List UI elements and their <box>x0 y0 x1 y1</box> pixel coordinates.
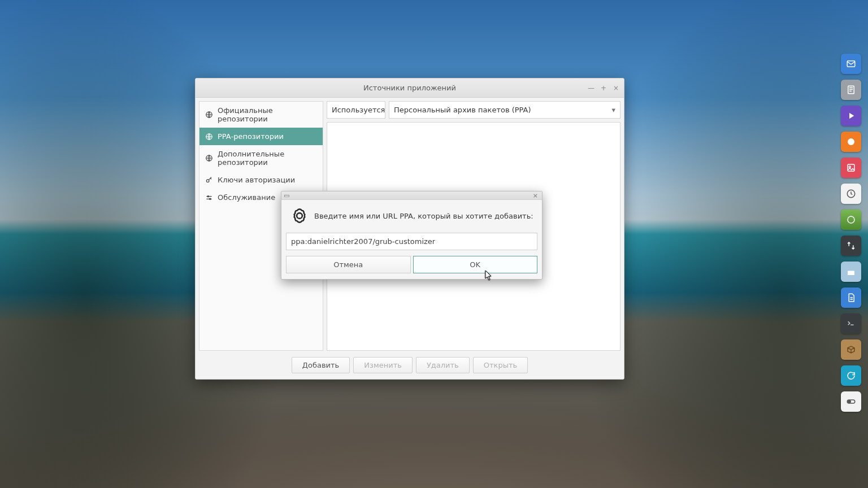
notes-icon[interactable] <box>841 80 861 100</box>
files-icon[interactable] <box>841 262 861 282</box>
cancel-button[interactable]: Отмена <box>286 256 411 273</box>
dialog-titlebar-icon: ▭ <box>284 192 289 199</box>
window-footer: Добавить Изменить Удалить Открыть <box>196 354 624 379</box>
repo-type-selected: Персональный архив пакетов (PPA) <box>394 106 531 114</box>
svg-rect-3 <box>848 164 854 171</box>
close-button[interactable]: × <box>611 84 620 93</box>
ok-button[interactable]: OK <box>413 256 538 273</box>
add-ppa-dialog: ▭ × Введите имя или URL PPA, который вы … <box>281 191 542 280</box>
globe-icon <box>205 154 213 162</box>
minimize-button[interactable]: — <box>587 84 596 93</box>
svg-point-4 <box>849 166 850 168</box>
player-icon[interactable] <box>841 106 861 126</box>
key-icon <box>205 176 213 184</box>
sidebar-item-label: PPA-репозитории <box>218 132 284 141</box>
svg-point-6 <box>848 216 854 223</box>
chevron-down-icon: ▾ <box>611 106 615 114</box>
sidebar-item-label: Дополнительные репозитории <box>218 150 317 167</box>
svg-point-16 <box>297 213 302 219</box>
window-title: Источники приложений <box>363 84 456 92</box>
svg-point-14 <box>207 195 209 197</box>
clock-icon[interactable] <box>841 184 861 204</box>
document-icon[interactable] <box>841 287 861 308</box>
open-button[interactable]: Открыть <box>473 357 528 373</box>
sidebar-item-official-repos[interactable]: Официальные репозитории <box>199 102 323 128</box>
delete-button[interactable]: Удалить <box>416 357 470 373</box>
recycle-icon[interactable] <box>841 236 861 256</box>
dock <box>841 54 861 412</box>
svg-point-9 <box>848 400 851 403</box>
edit-button[interactable]: Изменить <box>353 357 413 373</box>
svg-point-2 <box>848 138 854 145</box>
window-titlebar[interactable]: Источники приложений — + × <box>196 79 624 98</box>
dialog-titlebar[interactable]: ▭ × <box>281 191 542 200</box>
sidebar-item-label: Официальные репозитории <box>218 106 317 123</box>
svg-rect-7 <box>848 271 854 276</box>
mail-icon[interactable] <box>841 54 861 74</box>
svg-point-15 <box>210 198 211 199</box>
dialog-prompt: Введите имя или URL PPA, который вы хоти… <box>314 212 533 220</box>
sidebar-item-label: Обслуживание <box>218 193 275 202</box>
repo-type-select[interactable]: Персональный архив пакетов (PPA) ▾ <box>389 101 620 119</box>
globe-icon <box>205 133 213 141</box>
globe-icon <box>205 111 213 119</box>
shutdown-icon[interactable] <box>841 210 861 230</box>
add-button[interactable]: Добавить <box>292 357 350 373</box>
sidebar-item-auth-keys[interactable]: Ключи авторизации <box>199 171 323 189</box>
toggle-icon[interactable] <box>841 391 861 412</box>
sidebar-item-additional-repos[interactable]: Дополнительные репозитории <box>199 145 323 171</box>
terminal-icon[interactable] <box>841 313 861 334</box>
gear-icon <box>292 208 307 224</box>
svg-point-13 <box>206 179 209 182</box>
photos-icon[interactable] <box>841 158 861 178</box>
dialog-close-button[interactable]: × <box>531 192 540 199</box>
column-header-used[interactable]: Используется <box>327 101 385 119</box>
firefox-icon[interactable] <box>841 132 861 152</box>
sliders-icon <box>205 194 213 202</box>
ppa-input[interactable] <box>286 233 537 250</box>
maximize-button[interactable]: + <box>599 84 608 93</box>
sidebar-item-ppa-repos[interactable]: PPA-репозитории <box>199 128 323 145</box>
package-icon[interactable] <box>841 339 861 360</box>
update-icon[interactable] <box>841 365 861 386</box>
sidebar-item-label: Ключи авторизации <box>218 176 295 184</box>
